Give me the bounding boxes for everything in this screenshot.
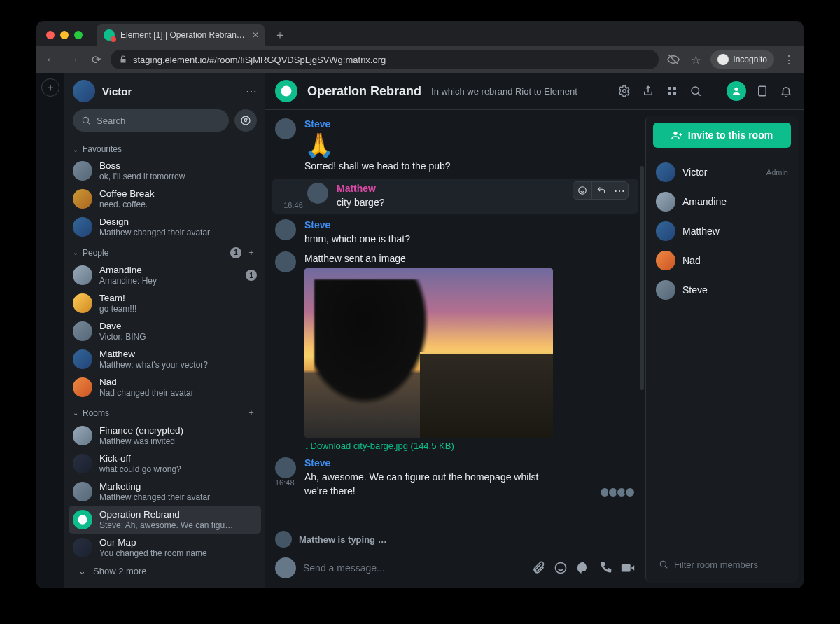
room-list: ⌄ Favourites Bossok, I'll send it tomorr… [64, 139, 265, 588]
sender-avatar[interactable] [275, 118, 296, 139]
message-image-thumbnail[interactable] [304, 268, 553, 438]
avatar [73, 482, 92, 501]
member-item[interactable]: Matthew [646, 216, 798, 246]
members-button[interactable] [727, 81, 746, 101]
section-low-priority[interactable]: ⌄ Low priority [64, 581, 265, 588]
files-icon[interactable] [755, 83, 770, 99]
member-item[interactable]: Nad [646, 246, 798, 275]
browser-menu-button[interactable]: ⋮ [781, 52, 797, 67]
show-more-button[interactable]: ⌄ Show 2 more [64, 562, 265, 581]
create-space-button[interactable]: ＋ [41, 78, 59, 97]
section-favourites[interactable]: ⌄ Favourites [64, 139, 265, 157]
message-body: Sorted! shall we head to the pub? [304, 159, 631, 173]
download-link[interactable]: ↓Download city-barge.jpg (144.5 KB) [304, 441, 454, 451]
search-input[interactable]: Search [73, 109, 229, 132]
show-more-label: Show 2 more [93, 566, 147, 576]
member-filter-input[interactable]: Filter room members [653, 553, 791, 576]
url-text: staging.element.io/#/room/!iSjMRGQVDSpLj… [133, 55, 386, 65]
member-name: Steve [682, 284, 708, 296]
browser-toolbar: ← → ⟳ staging.element.io/#/room/!iSjMRGQ… [36, 46, 804, 73]
room-title: Matthew [99, 349, 208, 360]
close-tab-icon[interactable]: ✕ [252, 30, 259, 40]
room-tile-selected[interactable]: Operation RebrandSteve: Ah, awesome. We … [69, 506, 261, 534]
room-tile[interactable]: Coffee Breakneed. coffee. [64, 185, 265, 213]
room-tile[interactable]: MatthewMatthew: what's your vector? [64, 345, 265, 373]
room-avatar[interactable] [275, 80, 298, 102]
sender-avatar[interactable] [275, 251, 296, 272]
scrollbar[interactable] [640, 166, 644, 390]
section-people[interactable]: ⌄ People 1 ＋ [64, 241, 265, 261]
settings-icon[interactable] [617, 83, 632, 99]
video-call-icon[interactable] [620, 560, 636, 576]
read-receipts[interactable] [602, 487, 636, 498]
eye-off-icon[interactable] [666, 52, 681, 67]
invite-button[interactable]: Invite to this room [653, 123, 791, 148]
more-options-button[interactable]: ⋯ [610, 182, 628, 199]
svg-point-8 [734, 88, 738, 91]
room-tile[interactable]: DesignMatthew changed their avatar [64, 213, 265, 241]
room-tile[interactable]: DaveVictor: BING [64, 317, 265, 345]
reload-button[interactable]: ⟳ [88, 52, 104, 67]
sender-name[interactable]: Steve [304, 219, 631, 230]
address-bar[interactable]: staging.element.io/#/room/!iSjMRGQVDSpLj… [111, 50, 659, 69]
room-tile[interactable]: Bossok, I'll send it tomorrow [64, 157, 265, 185]
sender-avatar[interactable] [307, 183, 328, 204]
room-tile[interactable]: AmandineAmandine: Hey1 [64, 261, 265, 289]
room-tile[interactable]: MarketingMatthew changed their avatar [64, 478, 265, 506]
room-title: Marketing [99, 481, 210, 492]
composer-input[interactable]: Send a message... [303, 562, 524, 574]
minimize-window-button[interactable] [60, 31, 69, 39]
reply-button[interactable] [592, 182, 610, 199]
explore-button[interactable] [234, 109, 257, 132]
user-avatar[interactable] [73, 80, 95, 102]
notifications-icon[interactable] [778, 83, 794, 99]
browser-tab[interactable]: Element [1] | Operation Rebran… ✕ [97, 24, 265, 46]
member-item[interactable]: Steve [646, 275, 798, 305]
room-tile[interactable]: Team!go team!!! [64, 289, 265, 317]
message-list[interactable]: Steve 🙏 Sorted! shall we head to the pub… [265, 110, 645, 527]
sticker-icon[interactable] [575, 561, 591, 575]
svg-point-10 [579, 187, 587, 195]
room-title: Amandine [99, 265, 157, 276]
room-title: Coffee Break [99, 188, 155, 200]
add-person-button[interactable]: ＋ [246, 247, 257, 258]
new-tab-button[interactable]: ＋ [270, 25, 290, 45]
sender-name[interactable]: Steve [304, 457, 631, 469]
emoji-icon[interactable] [553, 561, 568, 575]
sender-avatar[interactable] [275, 457, 296, 478]
user-menu-button[interactable]: ⋯ [246, 85, 257, 98]
add-room-button[interactable]: ＋ [246, 407, 257, 419]
close-window-button[interactable] [46, 31, 55, 39]
attach-icon[interactable] [531, 561, 546, 575]
member-item[interactable]: Amandine [646, 187, 798, 216]
zoom-window-button[interactable] [74, 31, 83, 39]
section-rooms[interactable]: ⌄ Rooms ＋ [64, 401, 265, 422]
left-panel: Victor ⋯ Search ⌄ Favourites [64, 73, 265, 588]
room-tile[interactable]: NadNad changed their avatar [64, 373, 265, 401]
message-actions: ⋯ [573, 181, 629, 200]
incognito-badge[interactable]: Incognito [710, 50, 774, 69]
image-caption: Matthew sent an image [304, 251, 631, 265]
nav-back-button[interactable]: ← [43, 52, 59, 67]
search-room-icon[interactable] [688, 83, 704, 99]
section-label: Favourites [83, 144, 122, 154]
sender-name[interactable]: Steve [304, 118, 631, 130]
bookmark-star-icon[interactable]: ☆ [688, 52, 704, 67]
react-button[interactable] [573, 182, 592, 199]
invite-label: Invite to this room [688, 130, 773, 141]
sender-avatar[interactable] [275, 219, 296, 240]
search-icon [81, 116, 91, 125]
timeline: Steve 🙏 Sorted! shall we head to the pub… [265, 110, 645, 588]
room-tile[interactable]: Finance (encrypted)Matthew was invited [64, 422, 265, 450]
voice-call-icon[interactable] [598, 561, 613, 575]
room-tile[interactable]: Our MapYou changed the room name [64, 534, 265, 562]
share-icon[interactable] [640, 83, 656, 99]
avatar [73, 377, 92, 397]
avatar [656, 192, 676, 212]
nav-forward-button[interactable]: → [66, 52, 81, 67]
apps-icon[interactable] [664, 83, 680, 99]
member-item[interactable]: VictorAdmin [646, 158, 798, 187]
room-tile[interactable]: Kick-offwhat could go wrong? [64, 450, 265, 478]
member-role: Admin [766, 168, 788, 176]
tab-title: Element [1] | Operation Rebran… [120, 30, 245, 40]
